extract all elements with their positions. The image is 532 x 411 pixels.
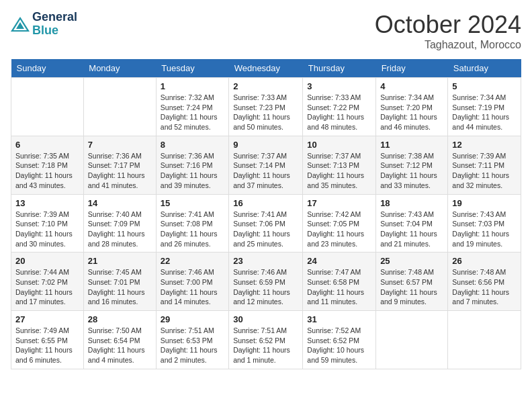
weekday-header-friday: Friday [376, 59, 448, 78]
calendar-cell [11, 78, 84, 136]
day-info: Sunrise: 7:33 AM Sunset: 7:22 PM Dayligh… [307, 93, 371, 132]
day-info: Sunrise: 7:34 AM Sunset: 7:19 PM Dayligh… [452, 93, 517, 132]
calendar-cell: 29Sunrise: 7:51 AM Sunset: 6:53 PM Dayli… [156, 311, 228, 369]
day-info: Sunrise: 7:39 AM Sunset: 7:11 PM Dayligh… [452, 151, 517, 191]
weekday-header-sunday: Sunday [11, 59, 84, 78]
day-info: Sunrise: 7:34 AM Sunset: 7:20 PM Dayligh… [380, 93, 443, 132]
day-number: 22 [161, 256, 224, 266]
calendar-cell: 21Sunrise: 7:45 AM Sunset: 7:01 PM Dayli… [83, 253, 156, 311]
calendar-cell: 6Sunrise: 7:35 AM Sunset: 7:18 PM Daylig… [11, 136, 84, 194]
logo-icon [11, 17, 30, 32]
day-info: Sunrise: 7:45 AM Sunset: 7:01 PM Dayligh… [88, 267, 152, 307]
calendar-week-row: 13Sunrise: 7:39 AM Sunset: 7:10 PM Dayli… [11, 194, 521, 253]
day-number: 15 [161, 198, 224, 208]
calendar-cell: 3Sunrise: 7:33 AM Sunset: 7:22 PM Daylig… [303, 78, 376, 136]
calendar-cell [83, 78, 156, 136]
day-number: 1 [161, 81, 224, 91]
day-info: Sunrise: 7:43 AM Sunset: 7:04 PM Dayligh… [380, 210, 443, 249]
calendar-cell: 11Sunrise: 7:38 AM Sunset: 7:12 PM Dayli… [376, 136, 448, 194]
day-number: 31 [307, 314, 371, 324]
calendar-cell: 26Sunrise: 7:48 AM Sunset: 6:56 PM Dayli… [448, 253, 521, 311]
day-number: 25 [380, 256, 443, 266]
calendar-cell: 14Sunrise: 7:40 AM Sunset: 7:09 PM Dayli… [83, 194, 156, 253]
day-number: 26 [452, 256, 517, 266]
day-info: Sunrise: 7:52 AM Sunset: 6:52 PM Dayligh… [307, 326, 371, 365]
day-info: Sunrise: 7:33 AM Sunset: 7:23 PM Dayligh… [233, 93, 298, 132]
month-title: October 2024 [375, 11, 521, 39]
logo-text: General Blue [32, 11, 77, 38]
day-number: 14 [88, 198, 152, 208]
day-info: Sunrise: 7:39 AM Sunset: 7:10 PM Dayligh… [15, 210, 79, 249]
day-info: Sunrise: 7:48 AM Sunset: 6:57 PM Dayligh… [380, 267, 443, 307]
calendar-cell: 28Sunrise: 7:50 AM Sunset: 6:54 PM Dayli… [83, 311, 156, 369]
day-number: 8 [161, 140, 224, 150]
calendar-week-row: 6Sunrise: 7:35 AM Sunset: 7:18 PM Daylig… [11, 136, 521, 194]
day-number: 6 [15, 140, 79, 150]
calendar-cell: 20Sunrise: 7:44 AM Sunset: 7:02 PM Dayli… [11, 253, 84, 311]
calendar-cell: 9Sunrise: 7:37 AM Sunset: 7:14 PM Daylig… [229, 136, 303, 194]
calendar-cell: 8Sunrise: 7:36 AM Sunset: 7:16 PM Daylig… [156, 136, 228, 194]
calendar-cell: 23Sunrise: 7:46 AM Sunset: 6:59 PM Dayli… [229, 253, 303, 311]
weekday-header-monday: Monday [83, 59, 156, 78]
calendar-cell: 16Sunrise: 7:41 AM Sunset: 7:06 PM Dayli… [229, 194, 303, 253]
calendar-cell: 27Sunrise: 7:49 AM Sunset: 6:55 PM Dayli… [11, 311, 84, 369]
day-info: Sunrise: 7:46 AM Sunset: 7:00 PM Dayligh… [161, 267, 224, 307]
day-number: 29 [161, 314, 224, 324]
calendar-cell: 5Sunrise: 7:34 AM Sunset: 7:19 PM Daylig… [448, 78, 521, 136]
day-info: Sunrise: 7:42 AM Sunset: 7:05 PM Dayligh… [307, 210, 371, 249]
calendar-cell: 4Sunrise: 7:34 AM Sunset: 7:20 PM Daylig… [376, 78, 448, 136]
day-number: 3 [307, 81, 371, 91]
calendar-cell: 10Sunrise: 7:37 AM Sunset: 7:13 PM Dayli… [303, 136, 376, 194]
day-number: 11 [380, 140, 443, 150]
calendar-cell: 13Sunrise: 7:39 AM Sunset: 7:10 PM Dayli… [11, 194, 84, 253]
day-number: 19 [452, 198, 517, 208]
day-info: Sunrise: 7:41 AM Sunset: 7:08 PM Dayligh… [161, 210, 224, 249]
weekday-header-tuesday: Tuesday [156, 59, 228, 78]
day-number: 23 [233, 256, 298, 266]
day-number: 4 [380, 81, 443, 91]
logo: General Blue [11, 11, 77, 38]
calendar-header-row: SundayMondayTuesdayWednesdayThursdayFrid… [11, 59, 521, 78]
day-number: 28 [88, 314, 152, 324]
day-info: Sunrise: 7:36 AM Sunset: 7:17 PM Dayligh… [88, 151, 152, 191]
day-number: 17 [307, 198, 371, 208]
day-number: 2 [233, 81, 298, 91]
weekday-header-thursday: Thursday [303, 59, 376, 78]
calendar-cell: 15Sunrise: 7:41 AM Sunset: 7:08 PM Dayli… [156, 194, 228, 253]
day-info: Sunrise: 7:50 AM Sunset: 6:54 PM Dayligh… [88, 326, 152, 365]
calendar-cell: 7Sunrise: 7:36 AM Sunset: 7:17 PM Daylig… [83, 136, 156, 194]
day-info: Sunrise: 7:35 AM Sunset: 7:18 PM Dayligh… [15, 151, 79, 191]
calendar-cell: 1Sunrise: 7:32 AM Sunset: 7:24 PM Daylig… [156, 78, 228, 136]
day-number: 13 [15, 198, 79, 208]
calendar-cell: 24Sunrise: 7:47 AM Sunset: 6:58 PM Dayli… [303, 253, 376, 311]
day-number: 9 [233, 140, 298, 150]
day-number: 7 [88, 140, 152, 150]
day-number: 18 [380, 198, 443, 208]
title-section: October 2024 Taghazout, Morocco [375, 11, 521, 51]
weekday-header-wednesday: Wednesday [229, 59, 303, 78]
calendar-cell: 2Sunrise: 7:33 AM Sunset: 7:23 PM Daylig… [229, 78, 303, 136]
day-info: Sunrise: 7:41 AM Sunset: 7:06 PM Dayligh… [233, 210, 298, 249]
day-info: Sunrise: 7:40 AM Sunset: 7:09 PM Dayligh… [88, 210, 152, 249]
calendar-week-row: 1Sunrise: 7:32 AM Sunset: 7:24 PM Daylig… [11, 78, 521, 136]
page-header: General Blue October 2024 Taghazout, Mor… [11, 11, 521, 51]
day-info: Sunrise: 7:37 AM Sunset: 7:13 PM Dayligh… [307, 151, 371, 191]
calendar-cell: 17Sunrise: 7:42 AM Sunset: 7:05 PM Dayli… [303, 194, 376, 253]
location-title: Taghazout, Morocco [375, 39, 521, 51]
calendar-cell: 31Sunrise: 7:52 AM Sunset: 6:52 PM Dayli… [303, 311, 376, 369]
weekday-header-saturday: Saturday [448, 59, 521, 78]
day-number: 30 [233, 314, 298, 324]
day-info: Sunrise: 7:37 AM Sunset: 7:14 PM Dayligh… [233, 151, 298, 191]
calendar-cell: 12Sunrise: 7:39 AM Sunset: 7:11 PM Dayli… [448, 136, 521, 194]
calendar-cell [448, 311, 521, 369]
day-info: Sunrise: 7:49 AM Sunset: 6:55 PM Dayligh… [15, 326, 79, 365]
calendar-cell [376, 311, 448, 369]
day-number: 20 [15, 256, 79, 266]
day-info: Sunrise: 7:43 AM Sunset: 7:03 PM Dayligh… [452, 210, 517, 249]
day-info: Sunrise: 7:47 AM Sunset: 6:58 PM Dayligh… [307, 267, 371, 307]
day-number: 24 [307, 256, 371, 266]
day-number: 5 [452, 81, 517, 91]
calendar-week-row: 20Sunrise: 7:44 AM Sunset: 7:02 PM Dayli… [11, 253, 521, 311]
calendar-table: SundayMondayTuesdayWednesdayThursdayFrid… [11, 59, 521, 369]
day-info: Sunrise: 7:36 AM Sunset: 7:16 PM Dayligh… [161, 151, 224, 191]
